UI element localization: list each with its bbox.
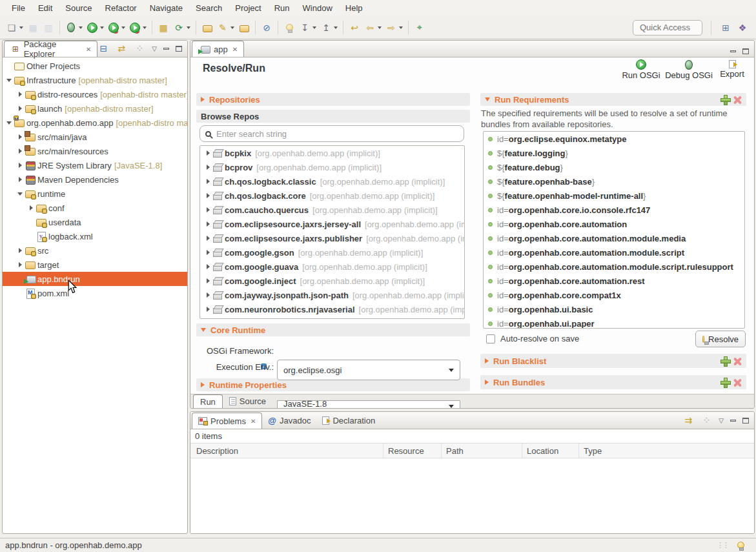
tree-item-distro-resources[interactable]: distro-resources[openhab-distro master] bbox=[3, 87, 187, 101]
twistie-collapsed-icon[interactable] bbox=[204, 264, 212, 269]
twistie-expanded-icon[interactable] bbox=[5, 121, 13, 125]
requirement-item-org-openhab-core-automation-module-media[interactable]: id=org.openhab.core.automation.module.me… bbox=[484, 231, 744, 245]
search-input[interactable] bbox=[216, 129, 458, 139]
twistie-collapsed-icon[interactable] bbox=[204, 307, 212, 312]
minimize-icon[interactable] bbox=[730, 50, 736, 52]
tab-declaration[interactable]: Declaration bbox=[316, 413, 381, 429]
close-icon[interactable]: ✕ bbox=[250, 418, 256, 425]
view-filters-icon[interactable] bbox=[134, 43, 145, 54]
twistie-expanded-icon[interactable] bbox=[16, 192, 24, 196]
twistie-collapsed-icon[interactable] bbox=[16, 262, 24, 267]
menu-help[interactable]: Help bbox=[339, 3, 369, 13]
filters-icon[interactable] bbox=[700, 414, 712, 426]
column-resource[interactable]: Resource bbox=[388, 446, 424, 456]
twistie-collapsed-icon[interactable] bbox=[16, 163, 24, 168]
new-wizard-button[interactable] bbox=[5, 20, 25, 36]
coverage-button[interactable] bbox=[107, 20, 127, 36]
dropdown-arrow-icon[interactable] bbox=[334, 26, 338, 29]
remove-bundle-icon[interactable] bbox=[733, 378, 742, 387]
link-with-editor-icon[interactable] bbox=[116, 43, 127, 54]
previous-annotation-button[interactable] bbox=[319, 20, 339, 36]
menu-window[interactable]: Window bbox=[296, 3, 339, 13]
twistie-collapsed-icon[interactable] bbox=[27, 205, 35, 210]
requirement-item-org-openhab-core-automation[interactable]: id=org.openhab.core.automation bbox=[484, 217, 744, 231]
twistie-collapsed-icon[interactable] bbox=[204, 165, 212, 170]
menu-edit[interactable]: Edit bbox=[32, 3, 59, 13]
section-run-requirements[interactable]: Run Requirements bbox=[480, 93, 746, 106]
tree-item-org-openhab-demo-app[interactable]: org.openhab.demo.app[openhab-distro mast… bbox=[3, 116, 187, 130]
pin-editor-button[interactable] bbox=[413, 20, 427, 36]
tree-item-jre-system-library[interactable]: JRE System Library[JavaSE-1.8] bbox=[3, 158, 187, 172]
twistie-collapsed-icon[interactable] bbox=[204, 236, 212, 241]
back-button[interactable] bbox=[363, 20, 383, 36]
requirement-item-feature-logging[interactable]: ${feature.logging} bbox=[484, 146, 744, 160]
dropdown-arrow-icon[interactable] bbox=[121, 26, 125, 29]
run-button[interactable] bbox=[85, 20, 105, 36]
new-plugin-button[interactable] bbox=[156, 20, 170, 36]
maximize-icon[interactable] bbox=[176, 46, 182, 52]
close-icon[interactable]: ✕ bbox=[232, 46, 238, 53]
requirement-item-org-openhab-core-compat1x[interactable]: id=org.openhab.core.compat1x bbox=[484, 288, 744, 302]
save-all-button[interactable] bbox=[41, 20, 56, 36]
tab-run[interactable]: Run bbox=[193, 394, 223, 408]
repo-item-ch-qos-logback-core[interactable]: ch.qos.logback.core[org.openhab.demo.app… bbox=[200, 189, 464, 203]
column-location[interactable]: Location bbox=[527, 446, 558, 456]
save-button[interactable] bbox=[26, 20, 40, 36]
view-menu-icon[interactable]: ▽ bbox=[152, 45, 157, 52]
twistie-collapsed-icon[interactable] bbox=[16, 106, 24, 111]
execution-env-combo[interactable]: JavaSE-1.8 bbox=[277, 400, 460, 409]
add-blacklist-icon[interactable] bbox=[720, 356, 730, 365]
menu-file[interactable]: File bbox=[5, 3, 32, 13]
twistie-collapsed-icon[interactable] bbox=[16, 248, 24, 253]
add-bundle-icon[interactable] bbox=[720, 378, 730, 387]
tab-source[interactable]: Source bbox=[223, 394, 272, 408]
dropdown-arrow-icon[interactable] bbox=[19, 26, 23, 29]
resolve-button[interactable]: Resolve bbox=[695, 331, 746, 347]
repo-item-bcprov[interactable]: bcprov[org.openhab.demo.app (implicit)] bbox=[200, 160, 464, 174]
repo-item-com-eclipsesource-jaxrs-jersey-all[interactable]: com.eclipsesource.jaxrs.jersey-all[org.o… bbox=[200, 217, 464, 231]
column-type[interactable]: Type bbox=[584, 446, 602, 456]
tree-item-logback-xml[interactable]: ylogback.xml bbox=[3, 229, 187, 243]
requirement-item-feature-openhab-base[interactable]: ${feature.openhab-base} bbox=[484, 174, 744, 189]
requirement-item-org-openhab-core-automation-module-script-rulesupport[interactable]: id=org.openhab.core.automation.module.sc… bbox=[484, 260, 744, 274]
tree-item-src-main-resources[interactable]: src/main/resources bbox=[3, 144, 187, 158]
java-perspective-icon[interactable] bbox=[737, 22, 748, 34]
requirement-item-org-eclipse-equinox-metatype[interactable]: id=org.eclipse.equinox.metatype bbox=[484, 132, 744, 146]
requirement-item-org-openhab-core-automation-rest[interactable]: id=org.openhab.core.automation.rest bbox=[484, 274, 744, 288]
section-runtime-properties[interactable]: Runtime Properties bbox=[196, 378, 470, 391]
dropdown-arrow-icon[interactable] bbox=[100, 26, 104, 29]
requirement-item-org-openhab-ui-paper[interactable]: id=org.openhab.ui.paper bbox=[484, 316, 744, 329]
tree-item-conf[interactable]: conf bbox=[3, 201, 187, 215]
auto-resolve-checkbox[interactable] bbox=[486, 334, 495, 343]
menu-navigate[interactable]: Navigate bbox=[143, 3, 189, 13]
twistie-collapsed-icon[interactable] bbox=[204, 150, 212, 156]
tree-item-launch[interactable]: launch[openhab-distro master] bbox=[3, 101, 187, 116]
run-osgi-button[interactable]: Run OSGi bbox=[621, 59, 661, 80]
section-core-runtime[interactable]: Core Runtime bbox=[196, 323, 470, 336]
close-icon[interactable]: ✕ bbox=[86, 46, 91, 53]
lightbulb-icon[interactable] bbox=[737, 542, 744, 549]
minimize-icon[interactable] bbox=[730, 420, 736, 422]
section-run-blacklist[interactable]: Run Blacklist bbox=[480, 354, 746, 368]
dropdown-arrow-icon[interactable] bbox=[79, 26, 83, 29]
requirement-item-feature-openhab-model-runtime-all[interactable]: ${feature.openhab-model-runtime-all} bbox=[484, 189, 744, 203]
repo-item-com-eclipsesource-jaxrs-publisher[interactable]: com.eclipsesource.jaxrs.publisher[org.op… bbox=[200, 231, 464, 245]
open-task-button[interactable] bbox=[200, 20, 214, 36]
twistie-collapsed-icon[interactable] bbox=[204, 250, 212, 255]
dropdown-arrow-icon[interactable] bbox=[187, 26, 190, 29]
debug-osgi-button[interactable]: Debug OSGi bbox=[664, 59, 714, 80]
menu-run[interactable]: Run bbox=[268, 3, 296, 13]
requirement-item-org-openhab-core-automation-module-script[interactable]: id=org.openhab.core.automation.module.sc… bbox=[484, 245, 744, 260]
twistie-collapsed-icon[interactable] bbox=[204, 292, 212, 298]
tree-item-target[interactable]: target bbox=[3, 258, 187, 272]
tree-item-src[interactable]: src bbox=[3, 243, 187, 258]
open-resource-button[interactable] bbox=[237, 20, 251, 36]
twistie-collapsed-icon[interactable] bbox=[204, 278, 212, 283]
tab-problems[interactable]: Problems ✕ bbox=[192, 413, 262, 429]
maximize-icon[interactable] bbox=[742, 48, 749, 54]
tab-app-bndrun[interactable]: app ✕ bbox=[192, 41, 244, 57]
add-requirement-icon[interactable] bbox=[720, 95, 730, 104]
menu-refactor[interactable]: Refactor bbox=[99, 3, 143, 13]
search-wand-button[interactable] bbox=[216, 20, 236, 36]
twistie-collapsed-icon[interactable] bbox=[16, 148, 24, 154]
